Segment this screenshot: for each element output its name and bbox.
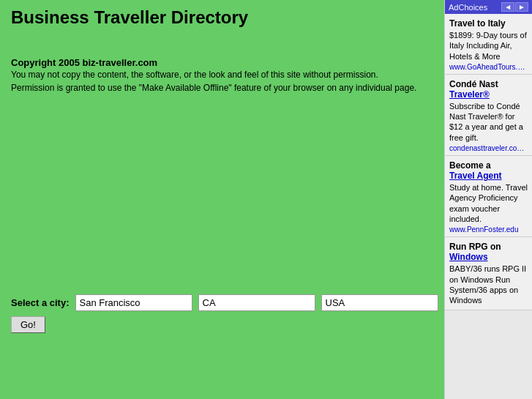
ad-nav-prev[interactable]: ◄ — [501, 2, 514, 12]
page-title: Business Traveller Directory — [11, 7, 433, 28]
ad-title: Run RPG onWindows — [449, 242, 528, 262]
main-content: Business Traveller Directory Copyright 2… — [0, 0, 444, 399]
copyright-line2: Permission is granted to use the "Make A… — [11, 83, 416, 93]
ad-title: Condé NastTraveler® — [449, 79, 528, 100]
ad-title: Travel to Italy — [449, 18, 528, 29]
copyright-title: Copyright 2005 biz-traveller.com — [11, 57, 433, 68]
ad-title-link[interactable]: Windows — [449, 252, 488, 262]
ad-item: Travel to Italy$1899: 9-Day tours of Ita… — [445, 14, 532, 75]
ad-nav-buttons: ◄ ► — [501, 2, 528, 12]
country-input[interactable] — [321, 294, 438, 311]
go-button-container: Go! — [11, 316, 45, 333]
state-input[interactable] — [198, 294, 315, 311]
city-selector: Select a city: — [11, 294, 438, 311]
ad-title-link[interactable]: Travel Agent — [449, 171, 502, 181]
ad-item: Run RPG onWindowsBABY/36 runs RPG II on … — [445, 237, 532, 310]
ad-item: Condé NastTraveler®Subscribe to Condé Na… — [445, 75, 532, 156]
copyright-text: You may not copy the content, the softwa… — [11, 68, 433, 94]
city-input[interactable] — [75, 294, 192, 311]
ad-desc: BABY/36 runs RPG II on Windows Run Syste… — [449, 264, 528, 305]
ad-url[interactable]: www.GoAheadTours.… — [449, 63, 528, 71]
ad-list: Travel to Italy$1899: 9-Day tours of Ita… — [445, 14, 532, 310]
ad-url[interactable]: www.PennFoster.edu — [449, 225, 528, 234]
copyright-line1: You may not copy the content, the softwa… — [11, 70, 378, 80]
ad-desc: $1899: 9-Day tours of Italy Including Ai… — [449, 30, 528, 61]
ad-sidebar: AdChoices ◄ ► Travel to Italy$1899: 9-Da… — [444, 0, 532, 399]
ad-url[interactable]: condenasttraveler.co… — [449, 144, 528, 152]
ad-header-label: AdChoices — [449, 3, 487, 12]
ad-header: AdChoices ◄ ► — [445, 0, 532, 14]
go-button[interactable]: Go! — [11, 316, 45, 333]
city-label: Select a city: — [11, 297, 70, 308]
ad-nav-next[interactable]: ► — [515, 2, 528, 12]
copyright-section: Copyright 2005 biz-traveller.com You may… — [11, 57, 433, 94]
ad-title: Become aTravel Agent — [449, 160, 528, 181]
ad-desc: Study at home. Travel Agency Proficiency… — [449, 182, 528, 224]
ad-item: Become aTravel AgentStudy at home. Trave… — [445, 156, 532, 237]
ad-desc: Subscribe to Condé Nast Traveler® for $1… — [449, 101, 528, 143]
ad-title-link[interactable]: Traveler® — [449, 89, 490, 100]
